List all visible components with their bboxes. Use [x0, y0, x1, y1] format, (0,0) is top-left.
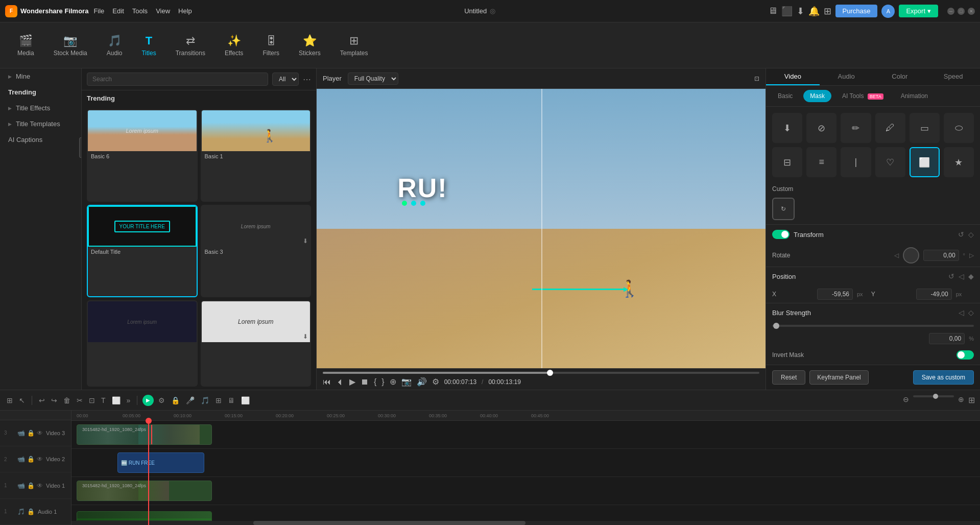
track-lock-icon-a1[interactable]: 🔒	[27, 508, 35, 515]
blur-slider-thumb[interactable]	[773, 323, 779, 329]
rotate-input[interactable]	[923, 250, 959, 261]
zoom-thumb[interactable]	[933, 394, 938, 399]
minimize-button[interactable]: ─	[947, 8, 954, 15]
sidebar-item-trending[interactable]: Trending	[0, 84, 81, 100]
toolbar-titles[interactable]: T Titles	[134, 31, 163, 60]
toolbar-transitions[interactable]: ⇄ Transitions	[169, 31, 212, 60]
track-lock-icon-v2[interactable]: 🔒	[27, 456, 35, 463]
track-cam-icon-v2[interactable]: 📹	[17, 456, 25, 463]
subtab-mask[interactable]: Mask	[803, 90, 831, 102]
tl-screen-button[interactable]: 🖥	[226, 395, 236, 406]
tl-camera-button[interactable]: ⊞	[214, 395, 223, 406]
position-x-input[interactable]	[817, 289, 853, 300]
audio-button[interactable]: 🔊	[417, 377, 427, 387]
tl-split-view-button[interactable]: ⊞	[5, 395, 14, 406]
tl-cut-button[interactable]: ✂	[75, 395, 84, 406]
grid-item-basic4[interactable]: Lorem ipsum	[87, 300, 198, 387]
mask-icon-custom-active[interactable]: ⬜	[910, 147, 940, 177]
topbar-icon-monitor[interactable]: 🖥	[768, 6, 777, 16]
menu-tools[interactable]: Tools	[132, 7, 148, 15]
zoom-slider[interactable]	[913, 395, 954, 397]
tab-audio[interactable]: Audio	[820, 68, 873, 85]
topbar-icon-download[interactable]: ⬇	[797, 6, 804, 17]
sidebar-item-mine[interactable]: ▶ Mine	[0, 68, 81, 84]
menu-file[interactable]: File	[93, 7, 104, 15]
tl-crop-button[interactable]: ⊡	[87, 395, 97, 406]
mask-icon-bar[interactable]: |	[841, 147, 871, 177]
topbar-icon-upload[interactable]: ⬛	[781, 6, 793, 17]
mask-dot-2[interactable]	[411, 201, 416, 206]
tl-pip-button[interactable]: ⬜	[240, 395, 251, 406]
snapshot-button[interactable]: 📷	[401, 377, 412, 387]
tl-mask-button[interactable]: ⬜	[110, 395, 122, 406]
blur-left-icon[interactable]: ◁	[959, 308, 964, 317]
clip-video1[interactable]: 3015482-hd_1920_1080_24fps	[77, 481, 212, 501]
track-eye-icon-v1[interactable]: 👁	[37, 482, 43, 489]
blur-value-input[interactable]	[929, 333, 965, 344]
keyframe-panel-button[interactable]: Keyframe Panel	[809, 370, 868, 385]
quality-select[interactable]: Full Quality	[348, 73, 398, 85]
grid-item-default-title[interactable]: YOUR TITLE HERE Default Title	[87, 205, 198, 297]
skip-back-button[interactable]: ⏮	[323, 377, 331, 387]
user-avatar[interactable]: A	[881, 5, 895, 18]
blur-diamond-icon[interactable]: ◇	[968, 308, 974, 317]
mask-icon-download[interactable]: ⬇	[772, 113, 802, 143]
transform-toggle[interactable]	[772, 230, 790, 239]
rotate-dial[interactable]	[903, 247, 919, 264]
track-cam-icon-v3[interactable]: 📹	[17, 429, 25, 437]
purchase-button[interactable]: Purchase	[835, 5, 878, 17]
track-lock-icon-v3[interactable]: 🔒	[27, 429, 35, 437]
more-options-button[interactable]: ⋯	[303, 75, 311, 84]
subtab-animation[interactable]: Animation	[894, 90, 935, 102]
settings-button[interactable]: ⚙	[432, 377, 439, 387]
mask-dot-3[interactable]	[420, 201, 425, 206]
transform-reset-icon[interactable]: ↺	[958, 230, 964, 238]
sidebar-item-title-templates[interactable]: ▶ Title Templates	[0, 116, 81, 132]
fullscreen-icon[interactable]: ⊡	[754, 75, 759, 82]
mask-icon-brush[interactable]: 🖊	[875, 113, 905, 143]
mask-icon-heart[interactable]: ♡	[875, 147, 905, 177]
invert-mask-toggle[interactable]	[957, 350, 974, 360]
toolbar-templates[interactable]: ⊞ Templates	[333, 31, 375, 60]
mark-in-button[interactable]: {	[374, 377, 376, 387]
zoom-minus-button[interactable]: ⊖	[903, 395, 909, 405]
position-y-input[interactable]	[916, 289, 952, 300]
toolbar-stock-media[interactable]: 📷 Stock Media	[46, 31, 94, 60]
subtab-basic[interactable]: Basic	[771, 90, 799, 102]
tl-redo-button[interactable]: ↪	[50, 395, 59, 406]
mask-icon-pen[interactable]: ✏	[841, 113, 871, 143]
tab-color[interactable]: Color	[873, 68, 927, 85]
zoom-plus-button[interactable]: ⊕	[958, 395, 964, 405]
scrollbar-thumb[interactable]	[253, 521, 526, 525]
filter-select[interactable]: All	[272, 73, 299, 86]
track-eye-icon-v3[interactable]: 👁	[37, 429, 43, 437]
export-button[interactable]: Export ▾	[899, 5, 938, 17]
progress-bar[interactable]	[323, 372, 759, 374]
position-left-icon[interactable]: ◁	[959, 272, 964, 280]
tl-settings-button[interactable]: ⚙	[157, 395, 166, 406]
position-diamond-icon[interactable]: ◆	[968, 272, 974, 280]
tl-select-button[interactable]: ↖	[17, 395, 27, 406]
transform-keyframe-icon[interactable]: ◇	[968, 230, 974, 238]
menu-help[interactable]: Help	[178, 7, 192, 15]
close-button[interactable]: ✕	[968, 8, 975, 15]
menu-view[interactable]: View	[156, 7, 170, 15]
tab-video[interactable]: Video	[766, 68, 820, 85]
rotate-right-icon[interactable]: ▷	[969, 252, 974, 259]
toolbar-effects[interactable]: ✨ Effects	[218, 31, 250, 60]
tl-play-circle-button[interactable]: ▶	[142, 395, 154, 406]
play-button[interactable]: ▶	[349, 377, 355, 387]
toolbar-filters[interactable]: 🎛 Filters	[255, 31, 286, 60]
track-lock-icon-v1[interactable]: 🔒	[27, 482, 35, 489]
grid-item-basic3[interactable]: Lorem ipsum ⬇ Basic 3	[201, 205, 312, 297]
mask-dot-1[interactable]	[402, 201, 407, 206]
track-audio-icon-a1[interactable]: 🎵	[17, 508, 25, 515]
tl-grid-button[interactable]: ⊞	[968, 395, 975, 405]
mask-icon-oval[interactable]: ⬭	[944, 113, 974, 143]
playhead-head[interactable]	[146, 418, 152, 424]
tl-text-button[interactable]: T	[100, 395, 107, 406]
search-input[interactable]	[87, 73, 268, 86]
playhead[interactable]	[148, 421, 149, 525]
stop-button[interactable]: ⏹	[361, 377, 369, 387]
grid-item-basic5[interactable]: Lorem ipsum ⬇	[201, 300, 312, 387]
